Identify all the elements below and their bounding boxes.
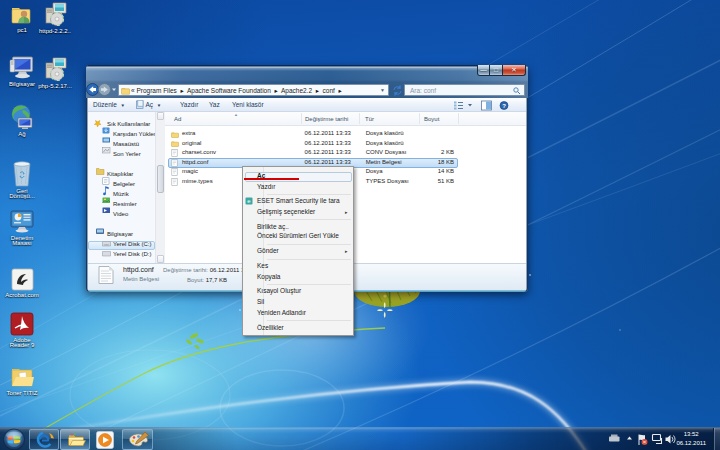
svg-text:?: ? [502,103,506,109]
